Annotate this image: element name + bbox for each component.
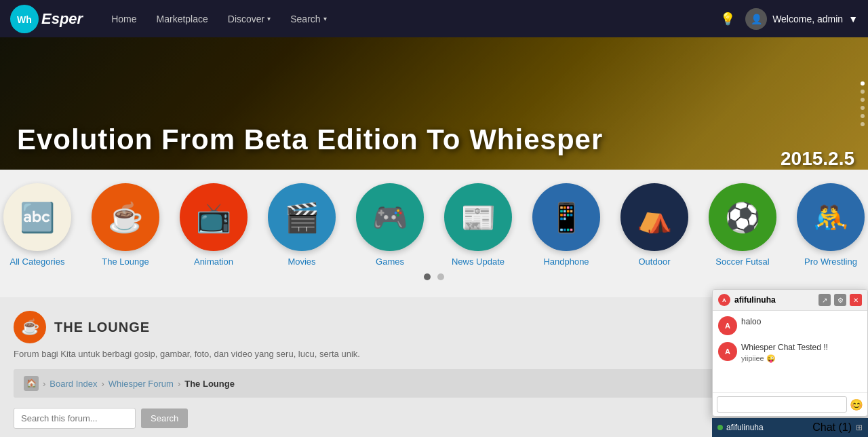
navbar: Wh Esper Home Marketplace Discover ▾ Sea… [0,0,868,37]
svg-text:Wh: Wh [17,14,32,25]
category-label-4: Games [376,256,404,267]
category-handphone[interactable]: 📱Handphone [532,183,600,267]
user-menu[interactable]: 👤 Welcome, admin ▼ [745,8,858,30]
chat-bar-username: afifulinuha [726,423,764,432]
category-the-lounge[interactable]: ☕The Lounge [92,183,159,267]
hero-dot-1[interactable] [861,81,865,86]
category-icon-0: 🔤 [3,183,71,251]
category-label-1: The Lounge [102,256,149,267]
category-icon-7: ⛺ [620,183,688,251]
hero-dot-5[interactable] [861,114,865,118]
breadcrumb-board-index[interactable]: Board Index [50,379,97,389]
chat-message-0: Ahaloo [718,316,862,335]
chat-header-icons: ↗ ⚙ ✕ [818,294,862,306]
category-icon-6: 📱 [532,183,600,251]
chat-input[interactable] [717,396,847,413]
category-animation[interactable]: 📺Animation [180,183,248,267]
msg-avatar-1: A [718,342,737,361]
chat-avatar: A [718,294,730,306]
search-input[interactable] [14,408,136,429]
msg-text-0: haloo [741,316,761,328]
search-button[interactable]: Search [141,408,188,428]
logo-icon: Wh [10,5,39,33]
breadcrumb-current: The Lounge [184,379,235,389]
hero-dot-3[interactable] [861,98,865,102]
carousel-dots [0,267,868,290]
nav-right: 💡 👤 Welcome, admin ▼ [720,8,858,30]
category-icon-8: ⚽ [709,183,776,251]
logo[interactable]: Wh Esper [10,5,83,33]
welcome-text: Welcome, admin [772,14,843,24]
hero-dot-6[interactable] [861,122,865,126]
home-icon[interactable]: 🏠 [24,376,39,391]
category-icon-9: 🤼 [797,183,865,251]
chat-bar-user: afifulinuha [717,423,764,432]
hero-dots [861,81,865,126]
category-label-9: Pro Wrestling [804,256,857,267]
online-indicator [717,425,723,430]
category-label-6: Handphone [543,256,589,267]
category-label-8: Soccer Futsal [715,256,769,267]
category-news-update[interactable]: 📰News Update [444,183,512,267]
chat-bar-right: Chat (1) ⊞ [812,421,863,434]
hero-banner: Evolution From Beta Edition To Whiesper … [0,37,868,170]
category-icon-4: 🎮 [356,183,424,251]
msg-text-1: Whiesper Chat Tested !! [741,342,828,354]
category-movies[interactable]: 🎬Movies [268,183,336,267]
chat-header: A afifulinuha ↗ ⚙ ✕ [713,290,867,311]
category-games[interactable]: 🎮Games [356,183,424,267]
category-label-2: Animation [194,256,233,267]
chat-message-1: AWhiesper Chat Tested !!yiipiiee 😜 [718,342,862,364]
category-outdoor[interactable]: ⛺Outdoor [620,183,688,267]
emoji-icon[interactable]: 😊 [850,398,863,411]
category-label-7: Outdoor [639,256,671,267]
nav-search[interactable]: Search ▾ [282,8,334,30]
msg-content-0: haloo [741,316,761,328]
category-all-categories[interactable]: 🔤All Categories [3,183,71,267]
category-icon-1: ☕ [92,183,159,251]
carousel-dot-2[interactable] [437,273,444,280]
nav-marketplace[interactable]: Marketplace [149,8,216,30]
msg-content-1: Whiesper Chat Tested !!yiipiiee 😜 [741,342,828,364]
chat-close-icon[interactable]: ✕ [850,294,862,306]
nav-links: Home Marketplace Discover ▾ Search ▾ [103,8,720,30]
category-pro-wrestling[interactable]: 🤼Pro Wrestling [797,183,865,267]
chat-bar[interactable]: afifulinuha Chat (1) ⊞ [712,418,868,437]
hero-content: Evolution From Beta Edition To Whiesper [17,124,851,156]
chat-settings-icon[interactable]: ⚙ [834,294,846,306]
chat-expand-icon[interactable]: ↗ [818,294,831,306]
category-label-3: Movies [288,256,315,267]
discover-caret: ▾ [267,15,271,22]
categories-grid: 🔤All Categories☕The Lounge📺Animation🎬Mov… [0,183,868,267]
chat-bar-minimize-icon[interactable]: ⊞ [856,423,863,432]
msg-avatar-0: A [718,316,737,335]
hero-title: Evolution From Beta Edition To Whiesper [17,124,851,156]
chat-input-row: 😊 [713,392,867,416]
hero-dot-4[interactable] [861,106,865,110]
section-icon: ☕ [14,311,46,343]
chat-popup: A afifulinuha ↗ ⚙ ✕ AhalooAWhiesper Chat… [712,289,868,417]
chat-label: Chat (1) [812,421,852,434]
category-icon-5: 📰 [444,183,512,251]
logo-text: Esper [41,10,83,28]
category-icon-2: 📺 [180,183,248,251]
carousel-dot-1[interactable] [424,273,431,280]
category-label-5: News Update [452,256,505,267]
category-icon-3: 🎬 [268,183,336,251]
user-caret: ▼ [848,14,858,24]
notifications-icon[interactable]: 💡 [720,12,735,26]
search-caret: ▾ [323,15,327,22]
categories-section: 🔤All Categories☕The Lounge📺Animation🎬Mov… [0,170,868,297]
msg-sub-1: yiipiiee 😜 [741,354,828,364]
category-soccer-futsal[interactable]: ⚽Soccer Futsal [709,183,776,267]
chat-username: afifulinuha [734,295,814,305]
section-title: THE LOUNGE [54,320,150,335]
breadcrumb-whiesper-forum[interactable]: Whiesper Forum [108,379,174,389]
nav-home[interactable]: Home [103,8,144,30]
hero-dot-2[interactable] [861,90,865,94]
chat-messages: AhalooAWhiesper Chat Tested !!yiipiiee 😜 [713,311,867,392]
category-label-0: All Categories [10,256,65,267]
nav-discover[interactable]: Discover ▾ [220,8,279,30]
avatar: 👤 [745,8,767,30]
